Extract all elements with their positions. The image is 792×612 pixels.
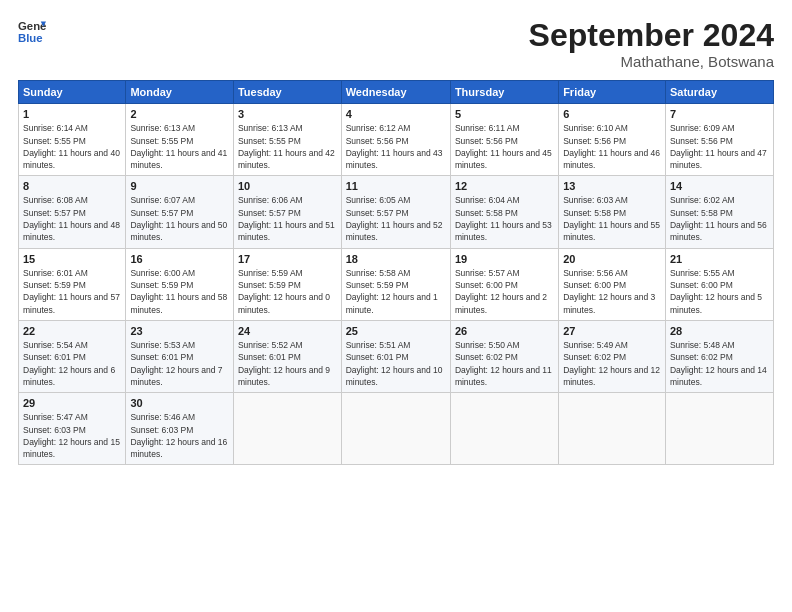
- day-number: 10: [238, 180, 337, 192]
- day-info: Sunrise: 5:54 AM Sunset: 6:01 PM Dayligh…: [23, 339, 121, 388]
- calendar-day-cell: 14Sunrise: 6:02 AM Sunset: 5:58 PM Dayli…: [665, 176, 773, 248]
- day-info: Sunrise: 6:01 AM Sunset: 5:59 PM Dayligh…: [23, 267, 121, 316]
- calendar-day-cell: 27Sunrise: 5:49 AM Sunset: 6:02 PM Dayli…: [559, 320, 666, 392]
- calendar-week-row: 1Sunrise: 6:14 AM Sunset: 5:55 PM Daylig…: [19, 104, 774, 176]
- calendar-week-row: 15Sunrise: 6:01 AM Sunset: 5:59 PM Dayli…: [19, 248, 774, 320]
- day-info: Sunrise: 6:13 AM Sunset: 5:55 PM Dayligh…: [130, 122, 229, 171]
- day-number: 19: [455, 253, 554, 265]
- calendar-day-cell: 9Sunrise: 6:07 AM Sunset: 5:57 PM Daylig…: [126, 176, 234, 248]
- calendar-day-cell: 3Sunrise: 6:13 AM Sunset: 5:55 PM Daylig…: [233, 104, 341, 176]
- location: Mathathane, Botswana: [529, 53, 774, 70]
- calendar-day-cell: 17Sunrise: 5:59 AM Sunset: 5:59 PM Dayli…: [233, 248, 341, 320]
- day-number: 11: [346, 180, 446, 192]
- empty-day-cell: [665, 393, 773, 465]
- day-info: Sunrise: 6:05 AM Sunset: 5:57 PM Dayligh…: [346, 194, 446, 243]
- calendar-day-cell: 18Sunrise: 5:58 AM Sunset: 5:59 PM Dayli…: [341, 248, 450, 320]
- column-header-monday: Monday: [126, 81, 234, 104]
- calendar-day-cell: 19Sunrise: 5:57 AM Sunset: 6:00 PM Dayli…: [450, 248, 558, 320]
- day-info: Sunrise: 6:08 AM Sunset: 5:57 PM Dayligh…: [23, 194, 121, 243]
- day-number: 26: [455, 325, 554, 337]
- day-info: Sunrise: 5:56 AM Sunset: 6:00 PM Dayligh…: [563, 267, 661, 316]
- day-number: 6: [563, 108, 661, 120]
- day-number: 20: [563, 253, 661, 265]
- calendar-day-cell: 16Sunrise: 6:00 AM Sunset: 5:59 PM Dayli…: [126, 248, 234, 320]
- day-info: Sunrise: 5:55 AM Sunset: 6:00 PM Dayligh…: [670, 267, 769, 316]
- calendar-day-cell: 21Sunrise: 5:55 AM Sunset: 6:00 PM Dayli…: [665, 248, 773, 320]
- calendar-day-cell: 26Sunrise: 5:50 AM Sunset: 6:02 PM Dayli…: [450, 320, 558, 392]
- column-header-wednesday: Wednesday: [341, 81, 450, 104]
- day-info: Sunrise: 6:07 AM Sunset: 5:57 PM Dayligh…: [130, 194, 229, 243]
- logo: General Blue: [18, 18, 46, 46]
- empty-day-cell: [559, 393, 666, 465]
- day-info: Sunrise: 6:00 AM Sunset: 5:59 PM Dayligh…: [130, 267, 229, 316]
- day-info: Sunrise: 6:12 AM Sunset: 5:56 PM Dayligh…: [346, 122, 446, 171]
- calendar-day-cell: 1Sunrise: 6:14 AM Sunset: 5:55 PM Daylig…: [19, 104, 126, 176]
- title-block: September 2024 Mathathane, Botswana: [529, 18, 774, 70]
- day-info: Sunrise: 5:47 AM Sunset: 6:03 PM Dayligh…: [23, 411, 121, 460]
- day-info: Sunrise: 6:03 AM Sunset: 5:58 PM Dayligh…: [563, 194, 661, 243]
- calendar-day-cell: 11Sunrise: 6:05 AM Sunset: 5:57 PM Dayli…: [341, 176, 450, 248]
- day-number: 29: [23, 397, 121, 409]
- day-info: Sunrise: 5:58 AM Sunset: 5:59 PM Dayligh…: [346, 267, 446, 316]
- day-number: 18: [346, 253, 446, 265]
- day-number: 5: [455, 108, 554, 120]
- day-info: Sunrise: 5:50 AM Sunset: 6:02 PM Dayligh…: [455, 339, 554, 388]
- calendar-week-row: 29Sunrise: 5:47 AM Sunset: 6:03 PM Dayli…: [19, 393, 774, 465]
- calendar-day-cell: 29Sunrise: 5:47 AM Sunset: 6:03 PM Dayli…: [19, 393, 126, 465]
- day-number: 30: [130, 397, 229, 409]
- day-number: 7: [670, 108, 769, 120]
- day-number: 8: [23, 180, 121, 192]
- calendar-day-cell: 25Sunrise: 5:51 AM Sunset: 6:01 PM Dayli…: [341, 320, 450, 392]
- day-number: 22: [23, 325, 121, 337]
- calendar-week-row: 8Sunrise: 6:08 AM Sunset: 5:57 PM Daylig…: [19, 176, 774, 248]
- calendar-day-cell: 15Sunrise: 6:01 AM Sunset: 5:59 PM Dayli…: [19, 248, 126, 320]
- calendar-day-cell: 8Sunrise: 6:08 AM Sunset: 5:57 PM Daylig…: [19, 176, 126, 248]
- day-info: Sunrise: 6:13 AM Sunset: 5:55 PM Dayligh…: [238, 122, 337, 171]
- day-info: Sunrise: 6:02 AM Sunset: 5:58 PM Dayligh…: [670, 194, 769, 243]
- calendar-day-cell: 13Sunrise: 6:03 AM Sunset: 5:58 PM Dayli…: [559, 176, 666, 248]
- calendar-day-cell: 22Sunrise: 5:54 AM Sunset: 6:01 PM Dayli…: [19, 320, 126, 392]
- day-info: Sunrise: 6:10 AM Sunset: 5:56 PM Dayligh…: [563, 122, 661, 171]
- day-number: 28: [670, 325, 769, 337]
- calendar-day-cell: 30Sunrise: 5:46 AM Sunset: 6:03 PM Dayli…: [126, 393, 234, 465]
- calendar-day-cell: 5Sunrise: 6:11 AM Sunset: 5:56 PM Daylig…: [450, 104, 558, 176]
- month-title: September 2024: [529, 18, 774, 53]
- day-number: 24: [238, 325, 337, 337]
- day-info: Sunrise: 5:57 AM Sunset: 6:00 PM Dayligh…: [455, 267, 554, 316]
- calendar-day-cell: 20Sunrise: 5:56 AM Sunset: 6:00 PM Dayli…: [559, 248, 666, 320]
- empty-day-cell: [233, 393, 341, 465]
- column-header-thursday: Thursday: [450, 81, 558, 104]
- day-info: Sunrise: 5:48 AM Sunset: 6:02 PM Dayligh…: [670, 339, 769, 388]
- day-number: 21: [670, 253, 769, 265]
- day-number: 25: [346, 325, 446, 337]
- day-info: Sunrise: 5:53 AM Sunset: 6:01 PM Dayligh…: [130, 339, 229, 388]
- calendar-day-cell: 12Sunrise: 6:04 AM Sunset: 5:58 PM Dayli…: [450, 176, 558, 248]
- day-number: 12: [455, 180, 554, 192]
- calendar-day-cell: 23Sunrise: 5:53 AM Sunset: 6:01 PM Dayli…: [126, 320, 234, 392]
- day-number: 3: [238, 108, 337, 120]
- calendar-header-row: SundayMondayTuesdayWednesdayThursdayFrid…: [19, 81, 774, 104]
- calendar-day-cell: 10Sunrise: 6:06 AM Sunset: 5:57 PM Dayli…: [233, 176, 341, 248]
- day-number: 16: [130, 253, 229, 265]
- day-number: 15: [23, 253, 121, 265]
- day-info: Sunrise: 5:51 AM Sunset: 6:01 PM Dayligh…: [346, 339, 446, 388]
- day-info: Sunrise: 5:52 AM Sunset: 6:01 PM Dayligh…: [238, 339, 337, 388]
- day-number: 27: [563, 325, 661, 337]
- day-info: Sunrise: 5:46 AM Sunset: 6:03 PM Dayligh…: [130, 411, 229, 460]
- column-header-friday: Friday: [559, 81, 666, 104]
- day-number: 2: [130, 108, 229, 120]
- calendar-table: SundayMondayTuesdayWednesdayThursdayFrid…: [18, 80, 774, 465]
- column-header-sunday: Sunday: [19, 81, 126, 104]
- day-number: 9: [130, 180, 229, 192]
- page-header: General Blue September 2024 Mathathane, …: [18, 18, 774, 70]
- day-info: Sunrise: 6:04 AM Sunset: 5:58 PM Dayligh…: [455, 194, 554, 243]
- day-number: 13: [563, 180, 661, 192]
- day-info: Sunrise: 6:06 AM Sunset: 5:57 PM Dayligh…: [238, 194, 337, 243]
- day-number: 1: [23, 108, 121, 120]
- calendar-day-cell: 4Sunrise: 6:12 AM Sunset: 5:56 PM Daylig…: [341, 104, 450, 176]
- logo-icon: General Blue: [18, 18, 46, 46]
- day-info: Sunrise: 6:14 AM Sunset: 5:55 PM Dayligh…: [23, 122, 121, 171]
- day-number: 14: [670, 180, 769, 192]
- calendar-week-row: 22Sunrise: 5:54 AM Sunset: 6:01 PM Dayli…: [19, 320, 774, 392]
- day-number: 23: [130, 325, 229, 337]
